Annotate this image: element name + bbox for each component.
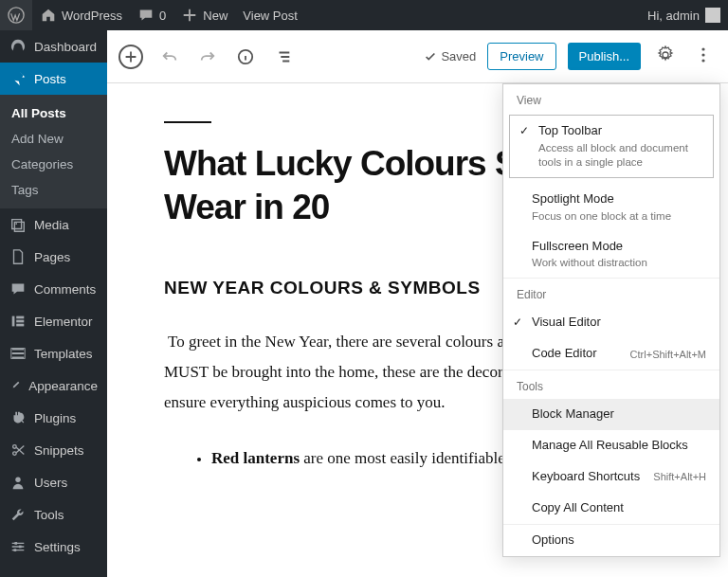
wp-logo[interactable] — [0, 0, 32, 30]
sidebar-sub-categories[interactable]: Categories — [0, 152, 107, 177]
sidebar-item-snippets[interactable]: Snippets — [0, 434, 107, 466]
menu-item-block-manager[interactable]: Block Manager — [503, 399, 719, 430]
svg-point-1 — [15, 223, 17, 225]
check-icon — [424, 50, 437, 63]
plug-icon — [9, 409, 27, 426]
comment-icon — [9, 280, 27, 298]
comments-link[interactable]: 0 — [130, 0, 173, 30]
more-menu-dropdown: View ✓ Top Toolbar Access all block and … — [502, 83, 720, 557]
svg-point-15 — [701, 53, 704, 56]
svg-rect-12 — [14, 549, 17, 551]
site-name: WordPress — [62, 9, 122, 23]
user-icon — [9, 474, 27, 491]
save-status: Saved — [424, 49, 476, 63]
preview-button[interactable]: Preview — [487, 43, 555, 70]
view-post-link[interactable]: View Post — [235, 0, 305, 30]
elementor-icon — [9, 313, 27, 330]
plus-icon — [122, 48, 139, 65]
menu-section-editor: Editor — [503, 279, 719, 307]
sidebar-sub-all-posts[interactable]: All Posts — [0, 100, 107, 126]
svg-rect-11 — [19, 546, 22, 549]
sidebar-item-media[interactable]: Media — [0, 208, 107, 241]
admin-sidebar: Dashboard Posts All Posts Add New Catego… — [0, 30, 107, 577]
menu-item-top-toolbar[interactable]: ✓ Top Toolbar Access all block and docum… — [510, 116, 713, 177]
pin-icon — [9, 70, 27, 87]
sidebar-item-tools[interactable]: Tools — [0, 498, 107, 531]
svg-rect-10 — [14, 542, 17, 545]
menu-item-options[interactable]: Options — [503, 525, 719, 556]
redo-icon — [199, 48, 216, 65]
redo-button[interactable] — [196, 45, 219, 68]
sidebar-item-dashboard[interactable]: Dashboard — [0, 30, 107, 63]
sidebar-item-users[interactable]: Users — [0, 466, 107, 498]
svg-point-14 — [701, 47, 704, 50]
check-icon: ✓ — [519, 124, 529, 139]
menu-item-fullscreen[interactable]: Fullscreen Mode Work without distraction — [503, 231, 719, 279]
svg-point-0 — [9, 8, 24, 23]
comment-icon — [137, 7, 155, 24]
wordpress-icon — [8, 7, 25, 24]
gear-icon — [656, 45, 675, 64]
add-block-button[interactable] — [118, 45, 143, 69]
brush-icon — [9, 377, 21, 394]
wrench-icon — [9, 506, 27, 523]
scissors-icon — [9, 442, 27, 459]
publish-button[interactable]: Publish... — [568, 43, 641, 70]
new-label: New — [203, 9, 228, 23]
menu-item-copy-all[interactable]: Copy All Content — [503, 493, 719, 524]
menu-item-reusable-blocks[interactable]: Manage All Reusable Blocks — [503, 430, 719, 461]
sidebar-item-appearance[interactable]: Appearance — [0, 370, 107, 402]
dashboard-icon — [9, 38, 27, 55]
undo-icon — [161, 48, 178, 65]
outline-button[interactable] — [272, 45, 295, 68]
sidebar-item-templates[interactable]: Templates — [0, 337, 107, 370]
page-icon — [9, 248, 27, 265]
sidebar-sub-add-new[interactable]: Add New — [0, 126, 107, 152]
editor-toolbar: Saved Preview Publish... — [107, 30, 728, 83]
site-home-link[interactable]: WordPress — [32, 0, 130, 30]
new-link[interactable]: New — [173, 0, 235, 30]
svg-rect-5 — [16, 324, 24, 327]
avatar — [705, 8, 720, 23]
sidebar-item-comments[interactable]: Comments — [0, 273, 107, 305]
sidebar-sub-tags[interactable]: Tags — [0, 177, 107, 203]
sidebar-item-plugins[interactable]: Plugins — [0, 402, 107, 434]
svg-point-8 — [13, 452, 17, 456]
home-icon — [40, 7, 57, 24]
account-menu[interactable]: Hi, admin — [647, 8, 728, 23]
info-button[interactable] — [234, 45, 257, 68]
undo-button[interactable] — [158, 45, 181, 68]
sliders-icon — [9, 538, 27, 555]
more-menu-button[interactable] — [690, 42, 717, 71]
plus-icon — [181, 7, 198, 24]
svg-point-7 — [13, 445, 17, 449]
svg-rect-2 — [12, 316, 15, 327]
menu-item-spotlight[interactable]: Spotlight Mode Focus on one block at a t… — [503, 184, 719, 231]
sidebar-item-settings[interactable]: Settings — [0, 531, 107, 563]
greeting: Hi, admin — [647, 9, 700, 23]
sidebar-item-posts[interactable]: Posts — [0, 63, 107, 95]
comments-count: 0 — [159, 9, 166, 23]
check-icon: ✓ — [513, 316, 522, 331]
menu-item-keyboard-shortcuts[interactable]: Keyboard Shortcuts Shift+Alt+H — [503, 461, 719, 493]
admin-bar: WordPress 0 New View Post Hi, admin — [0, 0, 728, 30]
settings-button[interactable] — [652, 42, 679, 71]
menu-section-view: View — [503, 84, 719, 113]
svg-point-9 — [15, 478, 20, 482]
svg-rect-4 — [16, 320, 24, 323]
list-icon — [275, 48, 292, 65]
kebab-icon — [694, 45, 713, 64]
info-icon — [237, 48, 254, 65]
separator — [164, 121, 211, 123]
media-icon — [9, 216, 27, 233]
menu-section-tools: Tools — [503, 370, 719, 399]
sidebar-item-elementor[interactable]: Elementor — [0, 305, 107, 337]
menu-item-visual-editor[interactable]: ✓ Visual Editor — [503, 307, 719, 338]
menu-item-code-editor[interactable]: Code Editor Ctrl+Shift+Alt+M — [503, 338, 719, 370]
templates-icon — [9, 345, 27, 362]
svg-point-16 — [701, 59, 704, 62]
svg-rect-3 — [16, 316, 24, 319]
sidebar-item-pages[interactable]: Pages — [0, 241, 107, 273]
editor-pane: Saved Preview Publish... What Lucky Colo… — [107, 30, 728, 577]
